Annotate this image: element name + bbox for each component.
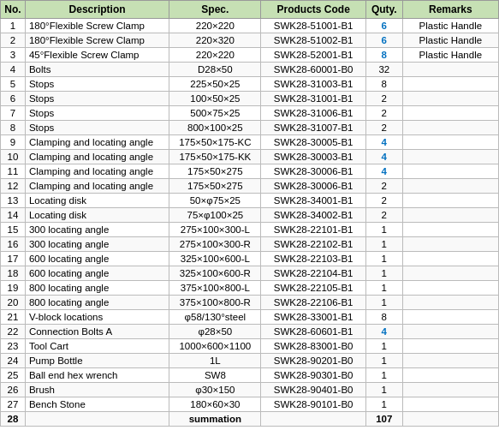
cell-rem [402, 92, 498, 106]
header-products-code: Products Code [261, 1, 365, 19]
cell-spec: 275×100×300-L [169, 223, 261, 237]
cell-rem [402, 339, 498, 354]
cell-code: SWK28-33001-B1 [261, 310, 365, 325]
cell-rem [402, 397, 498, 412]
cell-desc: 800 locating angle [25, 281, 169, 296]
cell-no: 19 [1, 281, 26, 296]
table-row: 3 45°Flexible Screw Clamp 220×220 SWK28-… [1, 48, 499, 63]
cell-code: SWK28-51002-B1 [261, 33, 365, 48]
cell-spec: 50×φ75×25 [169, 194, 261, 208]
cell-no: 11 [1, 164, 26, 179]
cell-rem [402, 150, 498, 164]
cell-qty: 1 [365, 223, 402, 237]
cell-qty: 6 [365, 33, 402, 48]
cell-rem [402, 310, 498, 325]
table-row: 15 300 locating angle 275×100×300-L SWK2… [1, 223, 499, 237]
table-row: 11 Clamping and locating angle 175×50×27… [1, 164, 499, 179]
cell-desc: 600 locating angle [25, 252, 169, 266]
cell-qty: 1 [365, 368, 402, 383]
table-row: 5 Stops 225×50×25 SWK28-31003-B1 8 [1, 77, 499, 92]
cell-qty: 1 [365, 237, 402, 252]
cell-spec: 220×220 [169, 48, 261, 63]
cell-code: SWK28-83001-B0 [261, 339, 365, 354]
table-row: 9 Clamping and locating angle 175×50×175… [1, 135, 499, 150]
cell-qty: 2 [365, 179, 402, 194]
cell-desc: 180°Flexible Screw Clamp [25, 33, 169, 48]
cell-code: SWK28-22104-B1 [261, 266, 365, 281]
cell-desc: Tool Cart [25, 339, 169, 354]
cell-qty: 6 [365, 19, 402, 33]
cell-no: 28 [1, 412, 26, 427]
cell-rem [402, 63, 498, 77]
cell-no: 23 [1, 339, 26, 354]
cell-qty: 4 [365, 150, 402, 164]
cell-qty: 1 [365, 383, 402, 397]
cell-desc: Brush [25, 383, 169, 397]
cell-spec: 375×100×800-L [169, 281, 261, 296]
table-row: 27 Bench Stone 180×60×30 SWK28-90101-B0 … [1, 397, 499, 412]
cell-spec: φ28×50 [169, 325, 261, 339]
table-row: 2 180°Flexible Screw Clamp 220×320 SWK28… [1, 33, 499, 48]
cell-code: SWK28-60601-B1 [261, 325, 365, 339]
cell-spec: 225×50×25 [169, 77, 261, 92]
cell-rem [402, 77, 498, 92]
cell-spec: SW8 [169, 368, 261, 383]
cell-desc: Stops [25, 121, 169, 135]
cell-rem [402, 281, 498, 296]
cell-desc: Stops [25, 92, 169, 106]
cell-rem [402, 208, 498, 223]
cell-spec: 325×100×600-R [169, 266, 261, 281]
cell-desc: Bench Stone [25, 397, 169, 412]
cell-qty: 4 [365, 325, 402, 339]
cell-desc: Bolts [25, 63, 169, 77]
cell-desc: V-block locations [25, 310, 169, 325]
cell-rem [402, 383, 498, 397]
cell-code: SWK28-60001-B0 [261, 63, 365, 77]
cell-rem [402, 296, 498, 310]
table-row: 21 V-block locations φ58/130°steel SWK28… [1, 310, 499, 325]
cell-rem: Plastic Handle [402, 33, 498, 48]
cell-code: SWK28-90301-B0 [261, 368, 365, 383]
cell-qty: 107 [365, 412, 402, 427]
cell-code: SWK28-31001-B1 [261, 92, 365, 106]
cell-spec: 175×50×275 [169, 179, 261, 194]
table-row: 8 Stops 800×100×25 SWK28-31007-B1 2 [1, 121, 499, 135]
cell-desc: Locating disk [25, 208, 169, 223]
cell-desc: Pump Bottle [25, 354, 169, 368]
cell-desc: Clamping and locating angle [25, 150, 169, 164]
cell-no: 25 [1, 368, 26, 383]
cell-spec: 1L [169, 354, 261, 368]
table-row: 10 Clamping and locating angle 175×50×17… [1, 150, 499, 164]
cell-desc: 800 locating angle [25, 296, 169, 310]
cell-qty: 2 [365, 208, 402, 223]
cell-rem [402, 266, 498, 281]
cell-no: 8 [1, 121, 26, 135]
cell-code: SWK28-52001-B1 [261, 48, 365, 63]
cell-spec: D28×50 [169, 63, 261, 77]
cell-spec: 180×60×30 [169, 397, 261, 412]
cell-no: 9 [1, 135, 26, 150]
cell-rem [402, 135, 498, 150]
header-no: No. [1, 1, 26, 19]
cell-spec: 325×100×600-L [169, 252, 261, 266]
header-remarks: Remarks [402, 1, 498, 19]
cell-rem [402, 237, 498, 252]
cell-spec: 275×100×300-R [169, 237, 261, 252]
cell-qty: 4 [365, 164, 402, 179]
cell-desc: 300 locating angle [25, 237, 169, 252]
cell-spec: 375×100×800-R [169, 296, 261, 310]
cell-spec: 800×100×25 [169, 121, 261, 135]
header-description: Description [25, 1, 169, 19]
cell-desc: Clamping and locating angle [25, 135, 169, 150]
cell-rem [402, 252, 498, 266]
cell-desc: Ball end hex wrench [25, 368, 169, 383]
cell-no: 1 [1, 19, 26, 33]
cell-code: SWK28-51001-B1 [261, 19, 365, 33]
cell-qty: 2 [365, 106, 402, 121]
table-row: 19 800 locating angle 375×100×800-L SWK2… [1, 281, 499, 296]
table-row: 18 600 locating angle 325×100×600-R SWK2… [1, 266, 499, 281]
cell-no: 24 [1, 354, 26, 368]
cell-spec: 175×50×175-KK [169, 150, 261, 164]
cell-rem: Plastic Handle [402, 19, 498, 33]
cell-no: 13 [1, 194, 26, 208]
